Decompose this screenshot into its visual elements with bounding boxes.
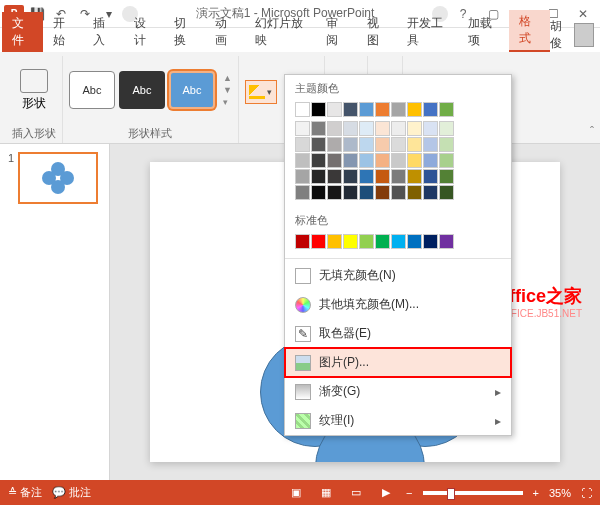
slide-thumbnail-1[interactable]: 1 — [8, 152, 101, 204]
color-swatch[interactable] — [423, 102, 438, 117]
comments-button[interactable]: 💬 批注 — [52, 485, 91, 500]
color-swatch[interactable] — [359, 234, 374, 249]
color-swatch[interactable] — [439, 121, 454, 136]
color-swatch[interactable] — [439, 102, 454, 117]
color-swatch[interactable] — [295, 153, 310, 168]
menu-eyedropper[interactable]: ✎ 取色器(E) — [285, 319, 511, 348]
color-swatch[interactable] — [407, 169, 422, 184]
tab-slideshow[interactable]: 幻灯片放映 — [245, 12, 316, 52]
color-swatch[interactable] — [295, 185, 310, 200]
tab-design[interactable]: 设计 — [124, 12, 165, 52]
fit-to-window-icon[interactable]: ⛶ — [581, 487, 592, 499]
menu-picture-fill[interactable]: 图片(P)... — [285, 348, 511, 377]
collapse-ribbon-icon[interactable]: ˆ — [590, 125, 594, 139]
tab-format[interactable]: 格式 — [509, 10, 550, 52]
color-swatch[interactable] — [343, 169, 358, 184]
slideshow-view-icon[interactable]: ▶ — [376, 485, 396, 501]
color-swatch[interactable] — [327, 102, 342, 117]
color-swatch[interactable] — [295, 121, 310, 136]
color-swatch[interactable] — [407, 121, 422, 136]
color-swatch[interactable] — [423, 169, 438, 184]
zoom-slider[interactable] — [423, 491, 523, 495]
color-swatch[interactable] — [391, 102, 406, 117]
tab-file[interactable]: 文件 — [2, 12, 43, 52]
color-swatch[interactable] — [375, 153, 390, 168]
color-swatch[interactable] — [359, 137, 374, 152]
reading-view-icon[interactable]: ▭ — [346, 485, 366, 501]
color-swatch[interactable] — [295, 234, 310, 249]
color-swatch[interactable] — [295, 137, 310, 152]
tab-insert[interactable]: 插入 — [83, 12, 124, 52]
color-swatch[interactable] — [359, 169, 374, 184]
style-gallery-up-icon[interactable]: ▲ — [223, 73, 232, 83]
color-swatch[interactable] — [391, 121, 406, 136]
color-swatch[interactable] — [359, 153, 374, 168]
tab-home[interactable]: 开始 — [43, 12, 84, 52]
color-swatch[interactable] — [439, 234, 454, 249]
tab-developer[interactable]: 开发工具 — [397, 12, 458, 52]
style-gallery-more-icon[interactable]: ▾ — [223, 97, 232, 107]
color-swatch[interactable] — [407, 102, 422, 117]
normal-view-icon[interactable]: ▣ — [286, 485, 306, 501]
color-swatch[interactable] — [311, 169, 326, 184]
zoom-out-icon[interactable]: − — [406, 487, 412, 499]
color-swatch[interactable] — [327, 234, 342, 249]
color-swatch[interactable] — [391, 137, 406, 152]
tab-view[interactable]: 视图 — [357, 12, 398, 52]
color-swatch[interactable] — [359, 185, 374, 200]
notes-button[interactable]: ≙ 备注 — [8, 485, 42, 500]
color-swatch[interactable] — [407, 185, 422, 200]
color-swatch[interactable] — [327, 153, 342, 168]
color-swatch[interactable] — [343, 102, 358, 117]
color-swatch[interactable] — [423, 185, 438, 200]
color-swatch[interactable] — [375, 169, 390, 184]
color-swatch[interactable] — [311, 137, 326, 152]
color-swatch[interactable] — [391, 234, 406, 249]
tab-addins[interactable]: 加载项 — [458, 12, 509, 52]
color-swatch[interactable] — [343, 121, 358, 136]
color-swatch[interactable] — [311, 185, 326, 200]
shape-fill-button[interactable]: ▾ — [245, 80, 277, 104]
color-swatch[interactable] — [343, 153, 358, 168]
color-swatch[interactable] — [375, 234, 390, 249]
color-swatch[interactable] — [407, 234, 422, 249]
color-swatch[interactable] — [407, 137, 422, 152]
menu-no-fill[interactable]: 无填充颜色(N) — [285, 261, 511, 290]
color-swatch[interactable] — [295, 169, 310, 184]
color-swatch[interactable] — [439, 185, 454, 200]
zoom-level[interactable]: 35% — [549, 487, 571, 499]
style-preset-2[interactable]: Abc — [119, 71, 165, 109]
color-swatch[interactable] — [375, 185, 390, 200]
color-swatch[interactable] — [343, 234, 358, 249]
color-swatch[interactable] — [343, 137, 358, 152]
color-swatch[interactable] — [375, 137, 390, 152]
style-preset-3-selected[interactable]: Abc — [169, 71, 215, 109]
color-swatch[interactable] — [439, 169, 454, 184]
color-swatch[interactable] — [423, 234, 438, 249]
menu-more-colors[interactable]: 其他填充颜色(M)... — [285, 290, 511, 319]
color-swatch[interactable] — [423, 153, 438, 168]
color-swatch[interactable] — [327, 185, 342, 200]
color-swatch[interactable] — [423, 137, 438, 152]
signed-in-user[interactable]: 胡俊 — [550, 18, 594, 52]
style-preset-1[interactable]: Abc — [69, 71, 115, 109]
color-swatch[interactable] — [359, 121, 374, 136]
color-swatch[interactable] — [439, 137, 454, 152]
color-swatch[interactable] — [311, 102, 326, 117]
shapes-gallery-button[interactable]: 形状 — [15, 67, 53, 113]
color-swatch[interactable] — [391, 185, 406, 200]
color-swatch[interactable] — [311, 121, 326, 136]
slide-sorter-icon[interactable]: ▦ — [316, 485, 336, 501]
color-swatch[interactable] — [439, 153, 454, 168]
color-swatch[interactable] — [407, 153, 422, 168]
color-swatch[interactable] — [375, 102, 390, 117]
color-swatch[interactable] — [375, 121, 390, 136]
color-swatch[interactable] — [327, 137, 342, 152]
menu-texture[interactable]: 纹理(I) ▸ — [285, 406, 511, 435]
color-swatch[interactable] — [391, 169, 406, 184]
color-swatch[interactable] — [311, 234, 326, 249]
color-swatch[interactable] — [295, 102, 310, 117]
color-swatch[interactable] — [423, 121, 438, 136]
menu-gradient[interactable]: 渐变(G) ▸ — [285, 377, 511, 406]
color-swatch[interactable] — [359, 102, 374, 117]
